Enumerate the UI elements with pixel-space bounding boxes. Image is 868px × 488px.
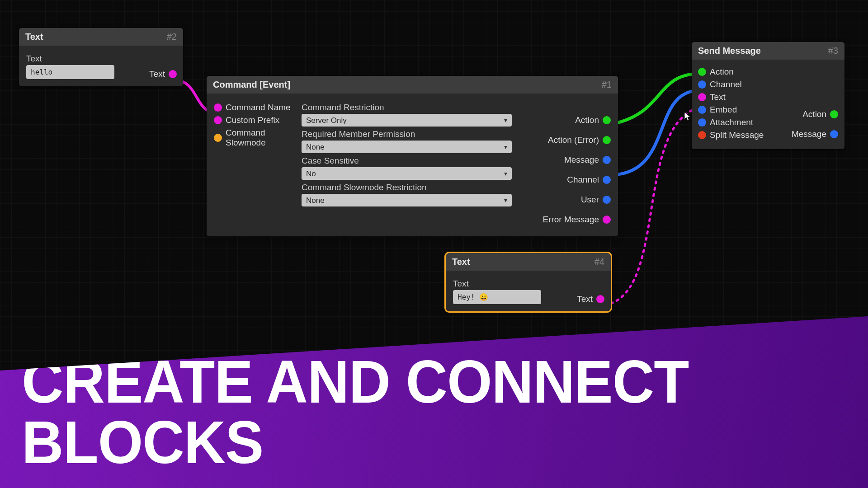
node-title: Text	[452, 257, 470, 267]
banner-headline: CREATE AND CONNECT BLOCKS	[22, 352, 868, 473]
node-title: Text	[25, 32, 43, 42]
port-dot-icon	[698, 106, 706, 114]
output-port-message[interactable]: Message	[564, 155, 611, 165]
port-dot-icon	[603, 176, 611, 184]
port-dot-icon	[830, 130, 838, 138]
node-header[interactable]: Text #2	[19, 28, 183, 46]
port-dot-icon	[698, 118, 706, 127]
output-port-channel[interactable]: Channel	[567, 175, 611, 185]
port-dot-icon	[603, 196, 611, 204]
port-dot-icon	[214, 134, 222, 142]
port-dot-icon	[830, 110, 838, 118]
input-port-action[interactable]: Action	[698, 67, 792, 77]
field-label: Required Member Permission	[302, 129, 516, 139]
port-dot-icon	[214, 116, 222, 124]
node-id: #2	[167, 32, 177, 42]
input-port-command-name[interactable]: Command Name	[214, 103, 295, 113]
port-dot-icon	[698, 131, 706, 139]
node-title: Command [Event]	[213, 80, 290, 90]
port-dot-icon	[603, 216, 611, 224]
field-label: Case Sensitive	[302, 156, 516, 166]
select-member-permission[interactable]: None	[302, 141, 512, 153]
port-dot-icon	[169, 70, 177, 78]
text-input[interactable]	[26, 65, 114, 79]
output-port-text[interactable]: Text	[149, 69, 177, 79]
node-text-2[interactable]: Text #2 Text Text	[19, 28, 183, 86]
input-port-text[interactable]: Text	[698, 92, 792, 102]
input-port-custom-prefix[interactable]: Custom Prefix	[214, 115, 295, 125]
input-port-command-slowmode[interactable]: Command Slowmode	[214, 128, 295, 148]
port-dot-icon	[596, 295, 604, 303]
field-label-text: Text	[26, 54, 176, 64]
output-port-message[interactable]: Message	[792, 129, 838, 139]
node-id: #3	[828, 46, 838, 56]
node-title: Send Message	[698, 46, 761, 56]
field-label: Command Restriction	[302, 103, 516, 113]
node-id: #1	[602, 80, 612, 90]
node-id: #4	[594, 257, 604, 267]
input-port-channel[interactable]: Channel	[698, 80, 792, 89]
field-label: Command Slowmode Restriction	[302, 183, 516, 192]
output-port-action-error[interactable]: Action (Error)	[548, 135, 611, 145]
node-command-event[interactable]: Command [Event] #1 Command Name Custom P…	[207, 76, 618, 236]
input-port-attachment[interactable]: Attachment	[698, 117, 792, 127]
node-header[interactable]: Command [Event] #1	[207, 76, 618, 94]
port-dot-icon	[698, 93, 706, 101]
port-dot-icon	[214, 103, 222, 112]
port-dot-icon	[603, 136, 611, 144]
input-port-embed[interactable]: Embed	[698, 105, 792, 115]
output-port-error-message[interactable]: Error Message	[542, 215, 611, 225]
output-port-action[interactable]: Action	[575, 115, 611, 125]
output-port-text[interactable]: Text	[577, 294, 604, 304]
node-header[interactable]: Text #4	[446, 253, 611, 271]
field-label-text: Text	[453, 279, 604, 289]
select-slowmode-restriction[interactable]: None	[302, 194, 512, 206]
node-header[interactable]: Send Message #3	[692, 42, 844, 60]
port-dot-icon	[698, 68, 706, 76]
select-case-sensitive[interactable]: No	[302, 167, 512, 180]
port-dot-icon	[603, 116, 611, 124]
select-command-restriction[interactable]: Server Only	[302, 114, 512, 127]
output-port-user[interactable]: User	[581, 195, 611, 205]
input-port-split-message[interactable]: Split Message	[698, 130, 792, 140]
text-input[interactable]	[453, 290, 541, 304]
output-port-action[interactable]: Action	[802, 109, 838, 119]
port-dot-icon	[698, 80, 706, 89]
node-text-4[interactable]: Text #4 Text Text	[446, 253, 611, 311]
port-dot-icon	[603, 156, 611, 164]
node-send-message[interactable]: Send Message #3 Action Channel Text Embe…	[692, 42, 844, 149]
